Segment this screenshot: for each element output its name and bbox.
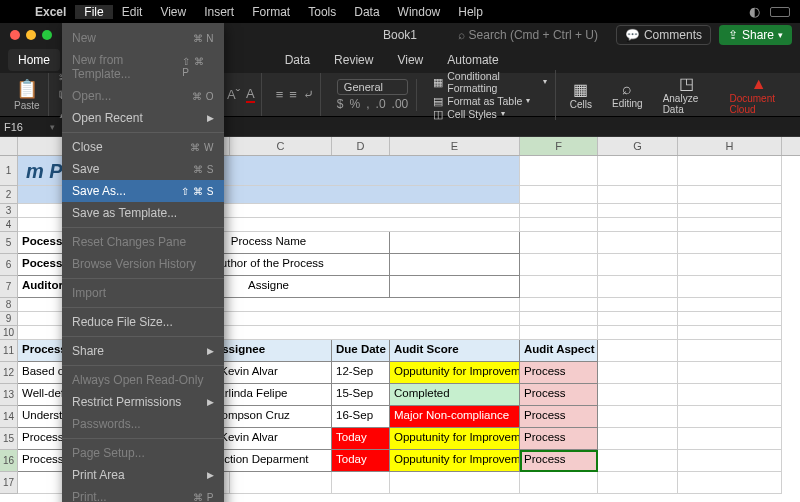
chevron-down-icon: ▾ <box>778 30 783 40</box>
cell-score-13[interactable]: Completed <box>390 384 520 406</box>
menu-help[interactable]: Help <box>449 5 492 19</box>
conditional-formatting-button[interactable]: ▦Conditional Formatting▾ <box>433 70 547 94</box>
menu-save-template[interactable]: Save as Template... <box>62 202 224 224</box>
cell-score-16[interactable]: Opputunity for Improvement <box>390 450 520 472</box>
share-button[interactable]: ⇪ Share ▾ <box>719 25 792 45</box>
cell-aspect-13[interactable]: Process <box>520 384 598 406</box>
col-F[interactable]: F <box>520 137 598 155</box>
font-color-icon[interactable]: A <box>246 86 255 103</box>
app-name[interactable]: Excel <box>26 5 75 19</box>
menu-reset-changes[interactable]: Reset Changes Pane <box>62 231 224 253</box>
menu-save-as[interactable]: Save As...⇧ ⌘ S <box>62 180 224 202</box>
menu-print-area[interactable]: Print Area▶ <box>62 464 224 486</box>
traffic-lights[interactable] <box>0 30 52 40</box>
cell-score-14[interactable]: Major Non-compliance <box>390 406 520 428</box>
chevron-down-icon[interactable]: ▾ <box>50 122 55 132</box>
menu-reduce-size[interactable]: Reduce File Size... <box>62 311 224 333</box>
comments-button[interactable]: 💬 Comments <box>616 25 711 45</box>
tab-home[interactable]: Home <box>8 49 60 71</box>
menu-print[interactable]: Print...⌘ P <box>62 486 224 502</box>
search-icon: ⌕ <box>458 28 465 42</box>
col-H[interactable]: H <box>678 137 782 155</box>
cell-aspect-15[interactable]: Process <box>520 428 598 450</box>
cell-due-14[interactable]: 16-Sep <box>332 406 390 428</box>
number-format-select[interactable]: General <box>337 79 408 95</box>
cell-aspect-12[interactable]: Process <box>520 362 598 384</box>
cell-due-15[interactable]: Today <box>332 428 390 450</box>
wrap-icon[interactable]: ⤶ <box>303 87 314 102</box>
menu-window[interactable]: Window <box>389 5 450 19</box>
format-as-table-button[interactable]: ▤Format as Table▾ <box>433 95 547 107</box>
styles-group: ▦Conditional Formatting▾ ▤Format as Tabl… <box>425 70 556 120</box>
menu-close[interactable]: Close⌘ W <box>62 136 224 158</box>
col-D[interactable]: D <box>332 137 390 155</box>
align-left-icon[interactable]: ≡ <box>276 87 284 102</box>
minimize-icon[interactable] <box>26 30 36 40</box>
help-icon[interactable]: ◐ <box>749 4 760 19</box>
currency-icon[interactable]: $ <box>337 97 344 111</box>
styles-icon: ◫ <box>433 108 443 120</box>
col-hdr-score[interactable]: Audit Score <box>390 340 520 362</box>
menu-tools[interactable]: Tools <box>299 5 345 19</box>
menu-new-template[interactable]: New from Template...⇧ ⌘ P <box>62 49 224 85</box>
align-center-icon[interactable]: ≡ <box>289 87 297 102</box>
align-group: ≡ ≡ ⤶ <box>270 73 321 116</box>
menu-save[interactable]: Save⌘ S <box>62 158 224 180</box>
cell-aspect-16[interactable]: Process <box>520 450 598 472</box>
col-hdr-aspect[interactable]: Audit Aspect <box>520 340 598 362</box>
zoom-icon[interactable] <box>42 30 52 40</box>
menu-open[interactable]: Open...⌘ O <box>62 85 224 107</box>
menu-import[interactable]: Import <box>62 282 224 304</box>
menu-edit[interactable]: Edit <box>113 5 152 19</box>
paste-icon[interactable]: 📋 <box>16 78 38 100</box>
menu-always-readonly[interactable]: Always Open Read-Only <box>62 369 224 391</box>
select-all-corner[interactable] <box>0 137 18 155</box>
cell-aspect-14[interactable]: Process <box>520 406 598 428</box>
mac-menubar: Excel File Edit View Insert Format Tools… <box>0 0 800 23</box>
font-group: Aˇ A <box>221 73 262 116</box>
comma-icon[interactable]: , <box>366 97 369 111</box>
comments-label: Comments <box>644 28 702 42</box>
cell-due-13[interactable]: 15-Sep <box>332 384 390 406</box>
cell-styles-button[interactable]: ◫Cell Styles▾ <box>433 108 547 120</box>
editing-button[interactable]: ⌕Editing <box>606 80 649 109</box>
share-label: Share <box>742 28 774 42</box>
menu-format[interactable]: Format <box>243 5 299 19</box>
cell-due-16[interactable]: Today <box>332 450 390 472</box>
dec-decimal-icon[interactable]: .00 <box>392 97 409 111</box>
menu-view[interactable]: View <box>151 5 195 19</box>
cell-score-12[interactable]: Opputunity for Improvement <box>390 362 520 384</box>
clipboard-group: 📋 Paste <box>6 73 49 116</box>
menu-open-recent[interactable]: Open Recent▶ <box>62 107 224 129</box>
menu-page-setup[interactable]: Page Setup... <box>62 442 224 464</box>
col-C[interactable]: C <box>230 137 332 155</box>
menu-file[interactable]: File <box>75 5 112 19</box>
col-G[interactable]: G <box>598 137 678 155</box>
menu-passwords[interactable]: Passwords... <box>62 413 224 435</box>
close-icon[interactable] <box>10 30 20 40</box>
menu-insert[interactable]: Insert <box>195 5 243 19</box>
inc-decimal-icon[interactable]: .0 <box>376 97 386 111</box>
cell-due-12[interactable]: 12-Sep <box>332 362 390 384</box>
cell-score-15[interactable]: Opputunity for Improvement <box>390 428 520 450</box>
editing-icon: ⌕ <box>622 80 632 98</box>
cells-button[interactable]: ▦Cells <box>564 80 598 110</box>
tab-review[interactable]: Review <box>324 49 383 71</box>
tab-automate[interactable]: Automate <box>437 49 508 71</box>
document-cloud-button[interactable]: ▲Document Cloud <box>723 75 794 115</box>
search-placeholder: Search (Cmd + Ctrl + U) <box>469 28 598 42</box>
col-hdr-due[interactable]: Due Date <box>332 340 390 362</box>
menu-browse-version[interactable]: Browse Version History <box>62 253 224 275</box>
menu-share[interactable]: Share▶ <box>62 340 224 362</box>
menu-data[interactable]: Data <box>345 5 388 19</box>
name-box[interactable]: F16 <box>4 121 46 133</box>
search-box[interactable]: ⌕ Search (Cmd + Ctrl + U) <box>458 28 606 42</box>
menu-restrict[interactable]: Restrict Permissions▶ <box>62 391 224 413</box>
percent-icon[interactable]: % <box>350 97 361 111</box>
tab-data[interactable]: Data <box>275 49 320 71</box>
font-size-icon[interactable]: Aˇ <box>227 87 240 102</box>
col-E[interactable]: E <box>390 137 520 155</box>
tab-view[interactable]: View <box>387 49 433 71</box>
analyze-button[interactable]: ◳Analyze Data <box>657 74 716 115</box>
menu-new[interactable]: New⌘ N <box>62 27 224 49</box>
